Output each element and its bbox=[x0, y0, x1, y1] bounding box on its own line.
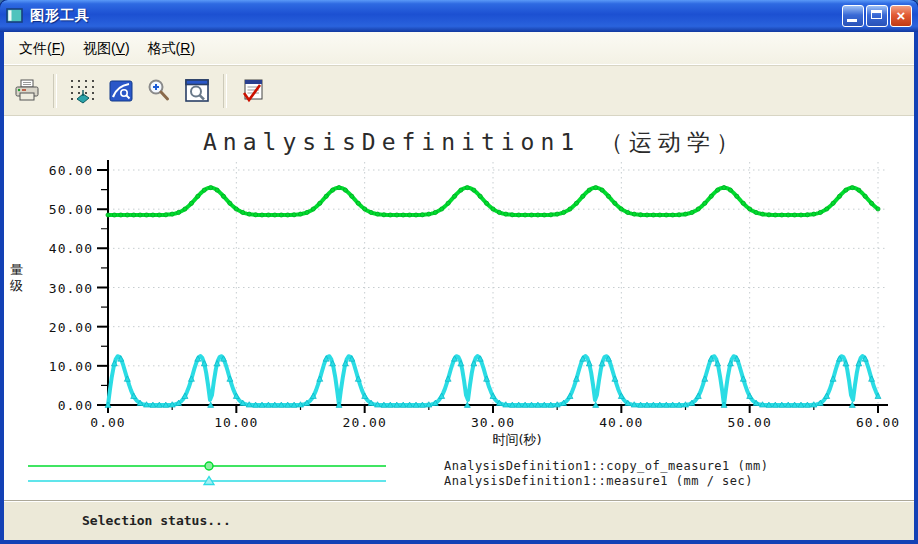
window-body: 文件(F) 视图(V) 格式(R) bbox=[4, 32, 914, 540]
svg-text:时间(秒): 时间(秒) bbox=[492, 432, 541, 447]
svg-text:0.00: 0.00 bbox=[58, 398, 93, 413]
svg-text:AnalysisDefinition1::measure1: AnalysisDefinition1::measure1 (mm / sec) bbox=[444, 474, 753, 488]
svg-text:20.00: 20.00 bbox=[343, 415, 387, 430]
zoom-window-button[interactable] bbox=[104, 74, 138, 108]
close-button[interactable]: × bbox=[890, 5, 912, 27]
svg-text:40.00: 40.00 bbox=[599, 415, 643, 430]
svg-text:10.00: 10.00 bbox=[49, 359, 93, 374]
menu-bar: 文件(F) 视图(V) 格式(R) bbox=[4, 32, 914, 66]
printer-icon bbox=[13, 78, 41, 104]
svg-text:AnalysisDefinition1::copy_of_m: AnalysisDefinition1::copy_of_measure1 (m… bbox=[444, 459, 768, 473]
maximize-button[interactable] bbox=[866, 5, 888, 27]
chart-area: 0.0010.0020.0030.0040.0050.0060.000.0010… bbox=[4, 116, 914, 500]
grid-redraw-icon bbox=[68, 77, 98, 105]
toolbar bbox=[4, 66, 914, 116]
svg-text:级: 级 bbox=[10, 278, 23, 293]
toolbar-separator bbox=[223, 74, 227, 108]
redraw-graph-button[interactable] bbox=[66, 74, 100, 108]
toolbar-separator bbox=[53, 74, 57, 108]
zoom-window-icon bbox=[108, 78, 134, 104]
svg-text:60.00: 60.00 bbox=[49, 163, 93, 178]
graph-window-icon bbox=[6, 8, 24, 24]
export-excel-icon bbox=[239, 78, 267, 104]
window-title: 图形工具 bbox=[30, 7, 840, 25]
zoom-refit-icon bbox=[183, 78, 211, 104]
status-text: Selection status... bbox=[82, 513, 231, 528]
title-bar[interactable]: 图形工具 × bbox=[0, 0, 918, 32]
export-graph-button[interactable] bbox=[236, 74, 270, 108]
svg-text:60.00: 60.00 bbox=[856, 415, 900, 430]
zoom-in-button[interactable] bbox=[142, 74, 176, 108]
svg-text:50.00: 50.00 bbox=[49, 202, 93, 217]
svg-text:40.00: 40.00 bbox=[49, 241, 93, 256]
minimize-button[interactable] bbox=[842, 5, 864, 27]
svg-text:0.00: 0.00 bbox=[90, 415, 125, 430]
svg-text:30.00: 30.00 bbox=[471, 415, 515, 430]
svg-text:50.00: 50.00 bbox=[728, 415, 772, 430]
print-button[interactable] bbox=[10, 74, 44, 108]
svg-text:AnalysisDefinition1 （运动学）: AnalysisDefinition1 （运动学） bbox=[203, 129, 745, 155]
zoom-in-icon bbox=[146, 78, 172, 104]
graph-tool-window: 图形工具 × 文件(F) 视图(V) 格式(R) bbox=[0, 0, 918, 544]
svg-text:10.00: 10.00 bbox=[214, 415, 258, 430]
svg-text:30.00: 30.00 bbox=[49, 280, 93, 295]
chart-svg[interactable]: 0.0010.0020.0030.0040.0050.0060.000.0010… bbox=[4, 116, 914, 500]
svg-text:量: 量 bbox=[10, 262, 23, 277]
menu-format[interactable]: 格式(R) bbox=[139, 36, 204, 62]
svg-text:20.00: 20.00 bbox=[49, 320, 93, 335]
refit-view-button[interactable] bbox=[180, 74, 214, 108]
menu-view[interactable]: 视图(V) bbox=[74, 36, 139, 62]
menu-file[interactable]: 文件(F) bbox=[10, 36, 74, 62]
status-bar: Selection status... bbox=[4, 500, 914, 540]
